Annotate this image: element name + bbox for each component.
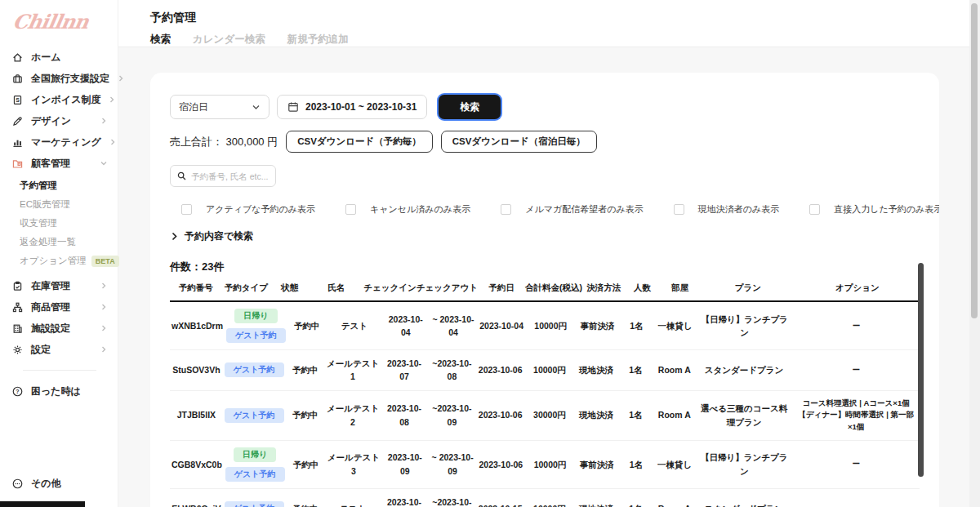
checkbox[interactable]	[674, 204, 684, 215]
column-header: 部屋	[659, 282, 701, 294]
sidebar-item-label: 在庫管理	[31, 279, 70, 293]
sidebar-item-label: 施設設定	[31, 322, 70, 336]
booking-type-badge: ゲスト予約	[225, 408, 284, 423]
column-header: 氏名	[309, 282, 363, 294]
sidebar: Chillnn ホーム 全国旅行支援設定 S	[0, 0, 118, 507]
sidebar-item-label: 顧客管理	[31, 157, 70, 171]
sidebar-subitem-label: 収支管理	[20, 217, 57, 229]
page-title: 予約管理	[150, 11, 980, 25]
sidebar-item-marketing[interactable]: マーケティング	[11, 131, 108, 153]
main-area: 予約管理 検索 カレンダー検索 新規予約追加 宿泊日	[118, 0, 980, 507]
sidebar-subitem-label: 予約管理	[20, 180, 57, 192]
sidebar-subitem-label: 返金処理一覧	[20, 236, 76, 248]
sales-total: 売上合計： 300,000 円	[170, 135, 278, 149]
filter-cancelled-only[interactable]: キャンセル済みのみ表示	[345, 203, 470, 216]
sidebar-item-label: インボイス制度	[31, 93, 100, 107]
chevron-right-icon	[170, 232, 179, 241]
browser-scrollbar[interactable]	[969, 0, 980, 507]
table-vertical-scrollbar[interactable]	[918, 263, 924, 477]
sidebar-divider	[23, 370, 96, 371]
booking-type-badge: ゲスト予約	[226, 328, 286, 343]
checkbox[interactable]	[181, 204, 192, 215]
checkbox[interactable]	[345, 204, 356, 215]
expander-label: 予約内容で検索	[185, 229, 253, 243]
sidebar-item-label: 設定	[31, 343, 51, 357]
quick-search-box	[170, 165, 276, 187]
sidebar-item-help[interactable]: ? 困った時は	[11, 380, 108, 402]
chevron-down-icon	[100, 159, 108, 167]
home-icon	[11, 51, 24, 64]
column-header: 人数	[626, 282, 660, 294]
sidebar-item-settings[interactable]: 設定	[11, 339, 108, 360]
filter-active-only[interactable]: アクティブな予約のみ表示	[181, 203, 315, 216]
filter-row: 宿泊日 2023-10-01 ~ 2023-10-31 検索	[170, 95, 920, 119]
sidebar-item-option-management[interactable]: オプション管理 BETA	[11, 251, 108, 270]
sidebar-item-label: 商品管理	[31, 300, 70, 314]
customer-submenu: 予約管理 EC販売管理 収支管理 返金処理一覧 オプション管理 BETA	[11, 176, 108, 270]
help-circle-icon: ?	[11, 385, 24, 398]
sidebar-item-customer-management[interactable]: 顧客管理	[11, 153, 108, 174]
beta-badge: BETA	[91, 256, 119, 267]
chevron-right-icon	[109, 138, 117, 146]
sidebar-item-ec-sales[interactable]: EC販売管理	[11, 195, 108, 214]
table-row[interactable]: JTJBI5lIX ゲスト予約 予約中 メールテスト2 2023-10-08 ~…	[170, 391, 920, 441]
checkbox[interactable]	[809, 204, 820, 215]
brand-logo: Chillnn	[11, 10, 119, 33]
marketing-icon	[11, 136, 24, 149]
filter-onsite-payment-only[interactable]: 現地決済者のみ表示	[674, 203, 780, 216]
filter-newsletter-only[interactable]: メルマガ配信希望者のみ表示	[501, 203, 644, 216]
sidebar-item-products[interactable]: 商品管理	[11, 296, 108, 318]
column-header: オプション	[795, 282, 920, 294]
booking-type-badge: ゲスト予約	[225, 362, 284, 377]
checkbox-label: アクティブな予約のみ表示	[206, 203, 315, 216]
ellipsis-circle-icon	[11, 478, 24, 490]
sidebar-item-balance[interactable]: 収支管理	[11, 214, 108, 233]
sidebar-item-label: デザイン	[31, 114, 71, 128]
facility-icon	[11, 322, 24, 335]
checkbox-label: 直接入力した予約のみ表示	[834, 203, 939, 216]
table-row[interactable]: ELWB6QaiV ゲスト予約 予約中 テスト 2023-10-16 ~2023…	[170, 489, 920, 507]
checkbox-label: 現地決済者のみ表示	[698, 203, 780, 216]
table-row[interactable]: wXNB1cDrm 日帰りゲスト予約 予約中 テスト 2023-10-04 ~ …	[170, 302, 920, 350]
sidebar-item-inventory[interactable]: 在庫管理	[11, 275, 108, 296]
sidebar-item-home[interactable]: ホーム	[11, 47, 108, 68]
sidebar-item-design[interactable]: デザイン	[11, 110, 108, 131]
table-row[interactable]: StuSOV3Vh ゲスト予約 予約中 メールテスト1 2023-10-07 ~…	[170, 350, 920, 391]
chevron-right-icon	[117, 74, 125, 82]
page-content: 宿泊日 2023-10-01 ~ 2023-10-31 検索 売上合	[118, 47, 980, 507]
chevron-right-icon	[100, 345, 108, 354]
csv-download-per-night-button[interactable]: CSVダウンロード（宿泊日毎）	[441, 131, 597, 153]
column-header: 決済方法	[582, 282, 626, 294]
bottom-edge-bar	[0, 501, 85, 507]
search-button[interactable]: 検索	[439, 95, 501, 119]
sidebar-item-reservation-management[interactable]: 予約管理	[11, 176, 108, 195]
column-header: 状態	[270, 282, 309, 294]
booking-type-badge: ゲスト予約	[225, 467, 285, 482]
sidebar-item-other[interactable]: その他	[11, 473, 108, 494]
browser-scrollbar-thumb[interactable]	[971, 3, 978, 318]
chevron-down-icon	[252, 103, 261, 112]
sidebar-item-refund-list[interactable]: 返金処理一覧	[11, 233, 108, 251]
search-icon	[177, 171, 186, 180]
date-type-select[interactable]: 宿泊日	[170, 95, 270, 119]
svg-text:S: S	[16, 96, 20, 102]
filter-direct-input-only[interactable]: 直接入力した予約のみ表示	[809, 203, 939, 216]
sidebar-item-label: 全国旅行支援設定	[31, 72, 109, 86]
sidebar-item-travel-support[interactable]: 全国旅行支援設定	[11, 68, 108, 89]
table-row[interactable]: CGB8VxC0b 日帰りゲスト予約 予約中 メールテスト3 2023-10-0…	[170, 441, 920, 489]
column-header: 合計料金(税込)	[525, 282, 582, 294]
csv-download-per-booking-button[interactable]: CSVダウンロード（予約毎）	[286, 131, 433, 153]
quick-search-input[interactable]	[191, 171, 269, 181]
date-range-picker[interactable]: 2023-10-01 ~ 2023-10-31	[277, 95, 427, 119]
result-count: 件数：23件	[170, 260, 920, 274]
svg-text:?: ?	[16, 388, 19, 394]
table-header: 予約番号 予約タイプ 状態 氏名 チェックイン チェックアウト 予約日 合計料金…	[170, 282, 920, 302]
sidebar-item-facility-settings[interactable]: 施設設定	[11, 318, 108, 339]
sidebar-item-invoice[interactable]: S インボイス制度	[11, 89, 108, 110]
column-header: 予約番号	[170, 282, 221, 294]
search-by-reservation-content-expander[interactable]: 予約内容で検索	[170, 229, 920, 243]
booking-type-badge: ゲスト予約	[225, 501, 284, 507]
column-header: チェックアウト	[416, 282, 478, 294]
checkbox[interactable]	[501, 204, 511, 215]
travel-support-icon	[11, 73, 24, 85]
